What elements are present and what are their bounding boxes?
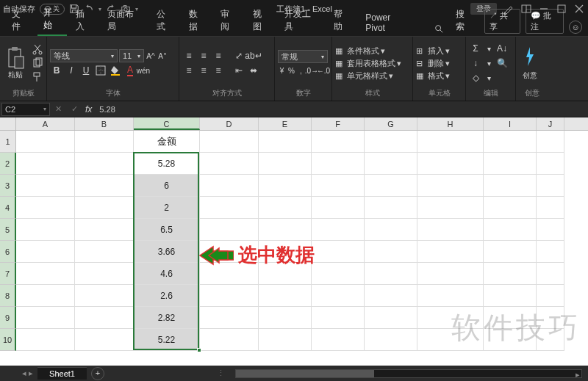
cell-D6[interactable] [200,241,259,263]
cell-E3[interactable] [259,175,312,197]
decrease-decimal-icon[interactable]: ←.0 [318,65,329,76]
cell-A8[interactable] [16,285,75,307]
cell-B6[interactable] [75,241,134,263]
underline-icon[interactable]: U [79,64,93,77]
ribbon-options-icon[interactable] [520,3,532,15]
cell-E5[interactable] [259,219,312,241]
cell-I2[interactable] [484,153,537,175]
find-icon[interactable]: 🔍 [495,57,509,70]
cell-E1[interactable] [259,131,312,153]
cell-I4[interactable] [484,197,537,219]
horizontal-scrollbar[interactable]: ◂▸ [235,369,582,378]
paste-button[interactable]: 粘贴 [3,46,28,80]
cell-A4[interactable] [16,197,75,219]
cell-J7[interactable] [537,263,564,285]
cell-D3[interactable] [200,175,259,197]
ideas-button[interactable]: 创意 [519,46,541,81]
row-header-3[interactable]: 3 [0,175,16,197]
cell-F6[interactable] [312,241,365,263]
cell-F2[interactable] [312,153,365,175]
cell-A1[interactable] [16,131,75,153]
cell-H10[interactable] [417,329,484,351]
tab-home[interactable]: 开始 [37,4,66,36]
row-header-1[interactable]: 1 [0,131,16,153]
wrap-text-icon[interactable]: ab↵ [247,49,260,62]
col-header-H[interactable]: H [417,117,484,130]
cell-E8[interactable] [259,285,312,307]
cell-J6[interactable] [537,241,564,263]
cell-F8[interactable] [312,285,365,307]
cell-styles-button[interactable]: ▦单元格样式▾ [335,70,401,81]
cell-I3[interactable] [484,175,537,197]
clear-icon[interactable]: ◇ [469,71,482,84]
add-sheet-button[interactable]: + [91,367,104,380]
conditional-format-button[interactable]: ▦条件格式▾ [335,46,401,57]
cell-D7[interactable] [200,263,259,285]
cell-E2[interactable] [259,153,312,175]
format-painter-icon[interactable] [32,71,43,83]
cell-B3[interactable] [75,175,134,197]
tab-data[interactable]: 数据 [183,5,212,36]
cell-F1[interactable] [312,131,365,153]
tab-help[interactable]: 帮助 [328,5,356,36]
cell-C4[interactable]: 2 [134,197,200,219]
cell-G9[interactable] [365,307,417,329]
cell-G5[interactable] [365,219,417,241]
tab-developer[interactable]: 开发工具 [279,5,325,36]
decrease-indent-icon[interactable]: ⇤ [232,64,245,77]
cell-C10[interactable]: 5.22 [134,329,200,351]
cell-I7[interactable] [484,263,537,285]
col-header-C[interactable]: C [134,117,200,130]
cell-I8[interactable] [484,285,537,307]
cell-H5[interactable] [417,219,484,241]
cell-H1[interactable] [417,131,484,153]
row-header-9[interactable]: 9 [0,307,16,329]
cell-I6[interactable] [484,241,537,263]
undo-icon[interactable] [84,4,94,14]
tab-view[interactable]: 视图 [247,5,276,36]
insert-cells-button[interactable]: ⊞插入▾ [416,46,450,57]
cell-E9[interactable] [259,307,312,329]
cell-J8[interactable] [537,285,564,307]
cell-E10[interactable] [259,329,312,351]
row-header-8[interactable]: 8 [0,285,16,307]
cell-D5[interactable] [200,219,259,241]
cell-I1[interactable] [484,131,537,153]
cell-I5[interactable] [484,219,537,241]
cell-F5[interactable] [312,219,365,241]
col-header-G[interactable]: G [365,117,417,130]
cell-H8[interactable] [417,285,484,307]
minimize-icon[interactable] [538,3,550,15]
cell-G6[interactable] [365,241,417,263]
cell-J3[interactable] [537,175,564,197]
cell-A9[interactable] [16,307,75,329]
align-bottom-icon[interactable]: ≡ [212,49,225,62]
maximize-icon[interactable] [556,3,567,15]
bold-icon[interactable]: B [50,64,63,77]
cell-J9[interactable] [537,307,564,329]
row-header-5[interactable]: 5 [0,219,16,241]
cell-G8[interactable] [365,285,417,307]
cell-E7[interactable] [259,263,312,285]
formula-input[interactable]: 5.28 [95,105,588,114]
format-cells-button[interactable]: ▦格式▾ [416,70,450,81]
font-name-select[interactable]: 等线▾ [50,49,118,62]
col-header-B[interactable]: B [75,117,134,130]
cell-A5[interactable] [16,219,75,241]
merge-icon[interactable]: ⬌ [247,64,260,77]
currency-icon[interactable]: ¥ [278,65,286,76]
search-icon[interactable] [434,23,444,36]
fill-color-icon[interactable] [109,64,122,77]
cell-A6[interactable] [16,241,75,263]
pen-icon[interactable] [503,3,514,15]
delete-cells-button[interactable]: ⊟删除▾ [416,58,450,69]
cell-C6[interactable]: 3.66 [134,241,200,263]
help-icon[interactable]: ☺ [569,21,582,34]
font-color-icon[interactable]: A [123,64,137,77]
cell-H3[interactable] [417,175,484,197]
search-label[interactable]: 搜索 [450,5,478,36]
row-header-10[interactable]: 10 [0,329,16,351]
cell-C5[interactable]: 6.5 [134,219,200,241]
increase-font-icon[interactable]: A^ [146,50,156,62]
align-center-icon[interactable]: ≡ [197,64,210,77]
